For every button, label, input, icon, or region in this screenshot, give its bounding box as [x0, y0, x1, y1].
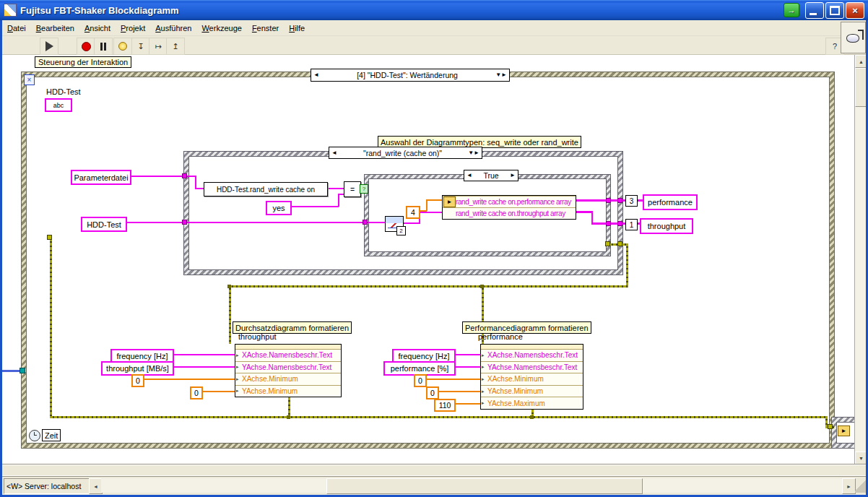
menu-hilfe[interactable]: Hilfe — [284, 21, 310, 35]
array-row-throughput[interactable]: rand_write cache on.throughput array — [443, 207, 576, 219]
bottom-bar: <W> Server: localhost ◄ ► — [2, 477, 866, 495]
tunnel — [617, 241, 622, 246]
event-prev-icon[interactable]: ◄ — [313, 72, 319, 78]
tunnel — [606, 198, 611, 203]
menu-ansicht[interactable]: Ansicht — [79, 21, 116, 35]
case-prev-icon[interactable]: ◄ — [466, 173, 472, 178]
throughput-property-node[interactable]: XAchse.Namensbeschr.Text YAchse.Namensbe… — [235, 344, 342, 397]
titlebar[interactable]: Fujitsu FBT-Shaker Blockdiagramm → × — [0, 0, 868, 20]
case-selector-label[interactable]: "rand_write (cache on)" — [337, 149, 468, 157]
wire-reference — [0, 370, 22, 372]
throughput-node-label[interactable]: throughput — [238, 332, 277, 341]
wire-cluster — [626, 243, 628, 287]
menu-bearbeiten[interactable]: Bearbeiten — [31, 21, 79, 35]
menu-fenster[interactable]: Fenster — [247, 21, 284, 35]
index-badge-1[interactable]: 1 — [625, 219, 638, 230]
performance-property-node[interactable]: XAchse.Namensbeschr.Text YAchse.Namensbe… — [480, 344, 583, 410]
property-row[interactable]: XAchse.Minimum — [481, 373, 583, 385]
server-status[interactable]: <W> Server: localhost — [4, 478, 91, 494]
property-row[interactable]: XAchse.Minimum — [235, 373, 341, 385]
menubar: Datei Bearbeiten Ansicht Projekt Ausführ… — [2, 20, 866, 36]
array-property-node[interactable]: ► rand_write cache on.performance array … — [442, 195, 576, 220]
splitter-band — [2, 464, 866, 477]
resize-grip[interactable] — [855, 478, 866, 493]
step-into-icon: ↧ — [137, 42, 144, 51]
zero-constant[interactable]: 0 — [426, 386, 439, 399]
event-selector-label[interactable]: [4] "HDD-Test": Wertänderung — [319, 71, 495, 79]
timeout-label[interactable]: Zeit — [42, 429, 61, 441]
throughput-mbs-constant[interactable]: throughput [MB/s] — [101, 361, 174, 376]
pause-button[interactable] — [94, 38, 113, 55]
property-row[interactable]: XAchse.Namensbeschr.Text — [481, 349, 583, 361]
array-row-performance[interactable]: rand_write cache on.performance array — [443, 196, 576, 207]
throughput-indicator[interactable]: throughput — [640, 218, 693, 234]
110-constant[interactable]: 110 — [434, 399, 456, 412]
menu-datei[interactable]: Datei — [2, 21, 31, 35]
hdd-test-terminal-label[interactable]: HDD-Test — [46, 87, 81, 96]
property-row[interactable]: YAchse.Namensbeschr.Text — [481, 361, 583, 373]
paint-roller-panel[interactable] — [841, 22, 866, 53]
tunnel — [617, 198, 622, 203]
performance-pct-constant[interactable]: performance [%] — [383, 361, 456, 376]
tunnel — [606, 221, 611, 226]
selector-dropdown-icon[interactable]: ▼ — [495, 72, 501, 78]
case-structure-selector[interactable]: ◄ "rand_write (cache on)" ▼ ► — [329, 147, 482, 159]
event-next-icon[interactable]: ► — [501, 72, 507, 78]
step-over-button[interactable]: ↦ — [149, 38, 168, 55]
case-prev-icon[interactable]: ◄ — [331, 150, 337, 156]
clipped-property-node-icon[interactable]: ► — [838, 425, 850, 436]
property-row[interactable]: YAchse.Minimum — [481, 385, 583, 397]
event-data-node-icon[interactable]: × — [24, 74, 35, 85]
abort-button[interactable] — [77, 38, 95, 55]
index-badge-3[interactable]: 3 — [625, 195, 638, 207]
timeout-clock-icon[interactable] — [29, 430, 40, 441]
menu-projekt[interactable]: Projekt — [116, 21, 150, 35]
parameterdatei-control[interactable]: Parameterdatei — [71, 170, 131, 185]
equal-function-icon[interactable]: = — [344, 181, 361, 197]
zero-constant[interactable]: 0 — [414, 374, 427, 387]
tunnel — [605, 241, 610, 246]
performance-indicator[interactable]: performance — [643, 194, 698, 210]
property-row[interactable]: XAchse.Namensbeschr.Text — [235, 349, 341, 361]
hdd-test-control[interactable]: HDD-Test — [81, 217, 127, 232]
property-row[interactable]: YAchse.Maximum — [481, 397, 583, 409]
performance-node-label[interactable]: performance — [478, 332, 523, 341]
menu-ausfuehren[interactable]: Ausführen — [150, 21, 196, 35]
wire-numeric — [426, 200, 428, 211]
case-next-icon[interactable]: ► — [474, 150, 479, 156]
menu-werkzeuge[interactable]: Werkzeuge — [196, 21, 246, 35]
run-button[interactable] — [40, 38, 58, 55]
case-next-icon[interactable]: ► — [510, 173, 516, 178]
close-button[interactable]: × — [846, 2, 864, 19]
zero-constant[interactable]: 0 — [190, 386, 203, 399]
minimize-icon — [810, 13, 817, 15]
true-case-selector[interactable]: ◄ True ► — [464, 170, 518, 181]
property-node-icon: ► — [443, 196, 456, 207]
property-row[interactable]: YAchse.Minimum — [235, 385, 341, 397]
index-constant-4[interactable]: 4 — [406, 206, 420, 219]
yes-constant[interactable]: yes — [266, 201, 292, 215]
step-over-icon: ↦ — [155, 42, 161, 51]
vertical-scrollbar[interactable]: ▲ ▼ — [854, 55, 866, 464]
toolbar-tooltip: Steuerung der Interaktion — [35, 56, 131, 68]
scroll-right-button[interactable]: ► — [842, 478, 856, 494]
event-structure-selector[interactable]: ◄ [4] "HDD-Test": Wertänderung ▼ ► — [311, 69, 510, 82]
case-selector-terminal[interactable]: ? — [360, 184, 368, 194]
pause-icon — [104, 43, 106, 51]
property-read-node[interactable]: HDD-Test.rand_write cache on — [204, 182, 328, 196]
wire-numeric — [453, 403, 480, 405]
highlight-execution-button[interactable] — [113, 38, 132, 55]
zero-constant[interactable]: 0 — [131, 374, 144, 387]
wire — [171, 366, 235, 368]
maximize-button[interactable] — [825, 2, 844, 19]
wire — [171, 354, 235, 355]
string-terminal-abc[interactable]: abc — [45, 98, 72, 112]
step-out-button[interactable]: ↥ — [166, 38, 185, 55]
minimize-button[interactable] — [805, 2, 824, 19]
step-into-button[interactable]: ↧ — [131, 38, 150, 55]
wire-numeric — [142, 379, 235, 380]
true-case-label[interactable]: True — [472, 171, 510, 180]
property-row[interactable]: YAchse.Namensbeschr.Text — [235, 361, 341, 373]
selector-dropdown-icon[interactable]: ▼ — [468, 150, 474, 156]
horizontal-scroll-thumb[interactable] — [326, 478, 643, 494]
